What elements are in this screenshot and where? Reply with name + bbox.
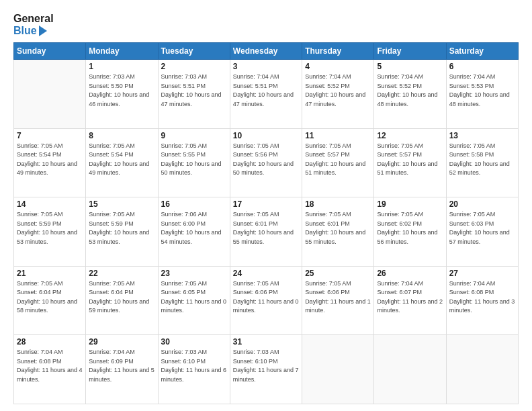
calendar-cell: 2Sunrise: 7:03 AMSunset: 5:51 PMDaylight… (158, 60, 230, 129)
calendar-cell: 26Sunrise: 7:04 AMSunset: 6:07 PMDayligh… (374, 266, 446, 335)
day-number: 12 (377, 131, 443, 140)
calendar-cell: 15Sunrise: 7:05 AMSunset: 5:59 PMDayligh… (86, 197, 158, 267)
calendar-cell: 11Sunrise: 7:05 AMSunset: 5:57 PMDayligh… (302, 128, 374, 197)
weekday-header-sunday: Sunday (14, 43, 86, 60)
sun-info: Sunrise: 7:05 AMSunset: 5:59 PMDaylight:… (89, 210, 154, 246)
calendar-cell: 21Sunrise: 7:05 AMSunset: 6:04 PMDayligh… (14, 266, 86, 335)
calendar-cell: 5Sunrise: 7:04 AMSunset: 5:52 PMDaylight… (374, 60, 446, 129)
calendar-cell: 8Sunrise: 7:05 AMSunset: 5:54 PMDaylight… (86, 128, 158, 197)
header: General Blue (13, 12, 519, 37)
week-row-2: 14Sunrise: 7:05 AMSunset: 5:59 PMDayligh… (14, 197, 519, 267)
day-number: 9 (161, 131, 227, 140)
calendar-cell: 7Sunrise: 7:05 AMSunset: 5:54 PMDaylight… (14, 128, 86, 197)
day-number: 4 (305, 62, 371, 71)
calendar-table: SundayMondayTuesdayWednesdayThursdayFrid… (13, 42, 519, 404)
week-row-3: 21Sunrise: 7:05 AMSunset: 6:04 PMDayligh… (14, 266, 519, 335)
sun-info: Sunrise: 7:05 AMSunset: 6:03 PMDaylight:… (449, 210, 515, 246)
day-number: 20 (449, 199, 515, 209)
calendar-cell: 20Sunrise: 7:05 AMSunset: 6:03 PMDayligh… (446, 197, 518, 267)
calendar-cell: 12Sunrise: 7:05 AMSunset: 5:57 PMDayligh… (374, 128, 446, 197)
sun-info: Sunrise: 7:05 AMSunset: 6:05 PMDaylight:… (161, 279, 227, 316)
calendar-cell: 16Sunrise: 7:06 AMSunset: 6:00 PMDayligh… (158, 197, 230, 267)
calendar-cell: 29Sunrise: 7:04 AMSunset: 6:09 PMDayligh… (86, 335, 158, 404)
calendar-cell: 4Sunrise: 7:04 AMSunset: 5:52 PMDaylight… (302, 60, 374, 129)
day-number: 21 (17, 269, 83, 278)
weekday-header-wednesday: Wednesday (230, 43, 302, 60)
day-number: 19 (377, 199, 443, 209)
logo-container: General Blue (13, 12, 54, 37)
sun-info: Sunrise: 7:03 AMSunset: 5:51 PMDaylight:… (161, 73, 227, 109)
week-row-0: 1Sunrise: 7:03 AMSunset: 5:50 PMDaylight… (14, 60, 519, 129)
weekday-header-friday: Friday (374, 43, 446, 60)
weekday-header-tuesday: Tuesday (158, 43, 230, 60)
day-number: 5 (377, 62, 443, 71)
day-number: 28 (17, 337, 83, 347)
day-number: 27 (449, 269, 515, 278)
day-number: 26 (377, 269, 443, 278)
calendar-cell: 24Sunrise: 7:05 AMSunset: 6:06 PMDayligh… (230, 266, 302, 335)
day-number: 23 (161, 269, 227, 278)
calendar-cell: 1Sunrise: 7:03 AMSunset: 5:50 PMDaylight… (86, 60, 158, 129)
sun-info: Sunrise: 7:05 AMSunset: 5:57 PMDaylight:… (305, 142, 371, 178)
day-number: 10 (233, 131, 299, 140)
sun-info: Sunrise: 7:05 AMSunset: 5:57 PMDaylight:… (377, 142, 443, 178)
day-number: 6 (449, 62, 515, 71)
calendar-cell (446, 335, 518, 404)
day-number: 25 (305, 269, 371, 278)
day-number: 3 (233, 62, 299, 71)
sun-info: Sunrise: 7:05 AMSunset: 5:55 PMDaylight:… (161, 142, 227, 178)
sun-info: Sunrise: 7:05 AMSunset: 6:04 PMDaylight:… (17, 279, 83, 316)
sun-info: Sunrise: 7:04 AMSunset: 5:51 PMDaylight:… (233, 73, 299, 109)
sun-info: Sunrise: 7:05 AMSunset: 6:01 PMDaylight:… (233, 210, 299, 246)
calendar-cell (14, 60, 86, 129)
calendar-cell (302, 335, 374, 404)
day-number: 8 (89, 131, 154, 140)
calendar-cell: 17Sunrise: 7:05 AMSunset: 6:01 PMDayligh… (230, 197, 302, 267)
calendar-cell: 14Sunrise: 7:05 AMSunset: 5:59 PMDayligh… (14, 197, 86, 267)
sun-info: Sunrise: 7:05 AMSunset: 6:06 PMDaylight:… (233, 279, 299, 316)
calendar-cell: 19Sunrise: 7:05 AMSunset: 6:02 PMDayligh… (374, 197, 446, 267)
sun-info: Sunrise: 7:05 AMSunset: 5:54 PMDaylight:… (17, 142, 83, 178)
day-number: 7 (17, 131, 83, 140)
calendar-cell: 28Sunrise: 7:04 AMSunset: 6:08 PMDayligh… (14, 335, 86, 404)
calendar-cell: 30Sunrise: 7:03 AMSunset: 6:10 PMDayligh… (158, 335, 230, 404)
sun-info: Sunrise: 7:04 AMSunset: 6:08 PMDaylight:… (449, 279, 515, 316)
weekday-header-monday: Monday (86, 43, 158, 60)
sun-info: Sunrise: 7:05 AMSunset: 5:58 PMDaylight:… (449, 142, 515, 178)
day-number: 14 (17, 199, 83, 209)
sun-info: Sunrise: 7:04 AMSunset: 6:09 PMDaylight:… (89, 348, 154, 384)
calendar-cell: 18Sunrise: 7:05 AMSunset: 6:01 PMDayligh… (302, 197, 374, 267)
logo-text: General Blue (13, 12, 54, 37)
day-number: 2 (161, 62, 227, 71)
sun-info: Sunrise: 7:04 AMSunset: 5:53 PMDaylight:… (449, 73, 515, 109)
calendar-cell: 9Sunrise: 7:05 AMSunset: 5:55 PMDaylight… (158, 128, 230, 197)
day-number: 15 (89, 199, 154, 209)
day-number: 1 (89, 62, 154, 71)
weekday-header-row: SundayMondayTuesdayWednesdayThursdayFrid… (14, 43, 519, 60)
sun-info: Sunrise: 7:03 AMSunset: 6:10 PMDaylight:… (233, 348, 299, 384)
weekday-header-thursday: Thursday (302, 43, 374, 60)
week-row-4: 28Sunrise: 7:04 AMSunset: 6:08 PMDayligh… (14, 335, 519, 404)
sun-info: Sunrise: 7:05 AMSunset: 6:06 PMDaylight:… (305, 279, 371, 316)
sun-info: Sunrise: 7:05 AMSunset: 5:56 PMDaylight:… (233, 142, 299, 178)
calendar-cell: 13Sunrise: 7:05 AMSunset: 5:58 PMDayligh… (446, 128, 518, 197)
logo-arrow-icon (39, 26, 47, 36)
calendar-cell: 10Sunrise: 7:05 AMSunset: 5:56 PMDayligh… (230, 128, 302, 197)
sun-info: Sunrise: 7:03 AMSunset: 6:10 PMDaylight:… (161, 348, 227, 384)
logo-blue-row: Blue (13, 25, 54, 37)
day-number: 24 (233, 269, 299, 278)
calendar-cell (374, 335, 446, 404)
day-number: 13 (449, 131, 515, 140)
sun-info: Sunrise: 7:05 AMSunset: 5:59 PMDaylight:… (17, 210, 83, 246)
day-number: 29 (89, 337, 154, 347)
sun-info: Sunrise: 7:04 AMSunset: 5:52 PMDaylight:… (377, 73, 443, 109)
sun-info: Sunrise: 7:05 AMSunset: 6:04 PMDaylight:… (89, 279, 154, 316)
sun-info: Sunrise: 7:04 AMSunset: 6:08 PMDaylight:… (17, 348, 83, 384)
sun-info: Sunrise: 7:05 AMSunset: 5:54 PMDaylight:… (89, 142, 154, 178)
calendar-cell: 22Sunrise: 7:05 AMSunset: 6:04 PMDayligh… (86, 266, 158, 335)
sun-info: Sunrise: 7:05 AMSunset: 6:02 PMDaylight:… (377, 210, 443, 246)
calendar-cell: 31Sunrise: 7:03 AMSunset: 6:10 PMDayligh… (230, 335, 302, 404)
page: General Blue SundayMondayTuesdayWednesda… (0, 0, 532, 411)
day-number: 11 (305, 131, 371, 140)
calendar-cell: 3Sunrise: 7:04 AMSunset: 5:51 PMDaylight… (230, 60, 302, 129)
